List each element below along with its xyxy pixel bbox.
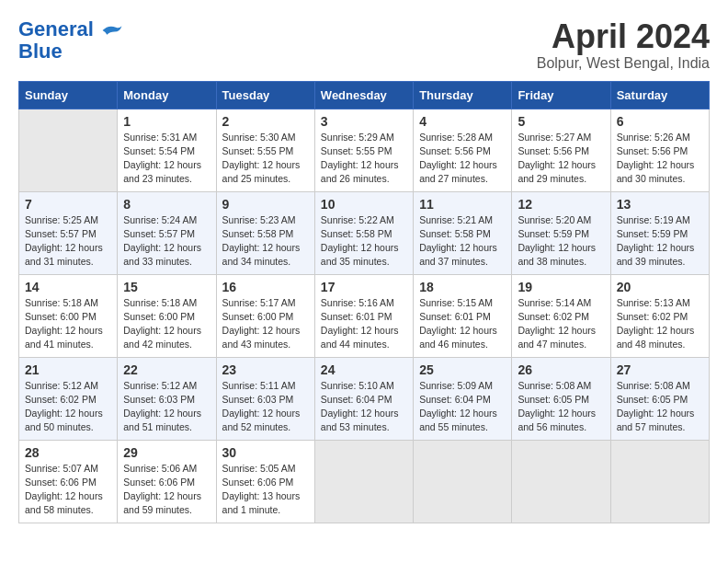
day-number: 21: [25, 362, 111, 377]
calendar-cell: 7Sunrise: 5:25 AM Sunset: 5:57 PM Daylig…: [19, 191, 118, 274]
calendar-cell: 11Sunrise: 5:21 AM Sunset: 5:58 PM Dayli…: [414, 191, 512, 274]
calendar-cell: 26Sunrise: 5:08 AM Sunset: 6:05 PM Dayli…: [512, 357, 610, 440]
day-number: 28: [25, 445, 111, 460]
day-number: 7: [25, 197, 111, 212]
cell-info: Sunrise: 5:24 AM Sunset: 5:57 PM Dayligh…: [123, 213, 210, 270]
cell-info: Sunrise: 5:28 AM Sunset: 5:56 PM Dayligh…: [419, 131, 506, 187]
day-number: 10: [321, 197, 407, 212]
calendar-cell: 13Sunrise: 5:19 AM Sunset: 5:59 PM Dayli…: [610, 191, 709, 274]
calendar-cell: 23Sunrise: 5:11 AM Sunset: 6:03 PM Dayli…: [216, 357, 314, 440]
day-number: 18: [419, 280, 506, 294]
day-number: 19: [518, 280, 604, 294]
weekday-header-sunday: Sunday: [19, 81, 118, 109]
cell-info: Sunrise: 5:08 AM Sunset: 6:05 PM Dayligh…: [518, 379, 604, 435]
cell-info: Sunrise: 5:31 AM Sunset: 5:54 PM Dayligh…: [123, 131, 210, 187]
calendar-cell: 28Sunrise: 5:07 AM Sunset: 6:06 PM Dayli…: [19, 440, 118, 523]
calendar-cell: 27Sunrise: 5:08 AM Sunset: 6:05 PM Dayli…: [610, 357, 709, 440]
cell-info: Sunrise: 5:18 AM Sunset: 6:00 PM Dayligh…: [123, 296, 210, 352]
cell-info: Sunrise: 5:29 AM Sunset: 5:55 PM Dayligh…: [321, 131, 407, 187]
cell-info: Sunrise: 5:14 AM Sunset: 6:02 PM Dayligh…: [518, 296, 604, 352]
calendar-cell: 21Sunrise: 5:12 AM Sunset: 6:02 PM Dayli…: [19, 357, 118, 440]
calendar-cell: 24Sunrise: 5:10 AM Sunset: 6:04 PM Dayli…: [314, 357, 413, 440]
cell-info: Sunrise: 5:23 AM Sunset: 5:58 PM Dayligh…: [222, 213, 309, 270]
day-number: 20: [617, 280, 703, 294]
calendar-cell: 1Sunrise: 5:31 AM Sunset: 5:54 PM Daylig…: [118, 109, 216, 191]
calendar-table: SundayMondayTuesdayWednesdayThursdayFrid…: [18, 81, 710, 523]
calendar-cell: 12Sunrise: 5:20 AM Sunset: 5:59 PM Dayli…: [512, 191, 610, 274]
cell-info: Sunrise: 5:17 AM Sunset: 6:00 PM Dayligh…: [222, 296, 309, 352]
calendar-week-row: 7Sunrise: 5:25 AM Sunset: 5:57 PM Daylig…: [19, 191, 710, 274]
day-number: 24: [321, 362, 407, 377]
calendar-week-row: 1Sunrise: 5:31 AM Sunset: 5:54 PM Daylig…: [19, 109, 710, 191]
day-number: 4: [419, 114, 506, 129]
calendar-cell: 25Sunrise: 5:09 AM Sunset: 6:04 PM Dayli…: [414, 357, 512, 440]
cell-info: Sunrise: 5:21 AM Sunset: 5:58 PM Dayligh…: [419, 213, 506, 270]
page-header: General Blue April 2024 Bolpur, West Ben…: [18, 18, 710, 72]
day-number: 3: [321, 114, 407, 129]
cell-info: Sunrise: 5:07 AM Sunset: 6:06 PM Dayligh…: [25, 462, 111, 518]
cell-info: Sunrise: 5:15 AM Sunset: 6:01 PM Dayligh…: [419, 296, 506, 352]
calendar-cell: 16Sunrise: 5:17 AM Sunset: 6:00 PM Dayli…: [216, 274, 314, 357]
calendar-cell: 9Sunrise: 5:23 AM Sunset: 5:58 PM Daylig…: [216, 191, 314, 274]
calendar-cell: 18Sunrise: 5:15 AM Sunset: 6:01 PM Dayli…: [414, 274, 512, 357]
day-number: 23: [222, 362, 309, 377]
calendar-cell: 6Sunrise: 5:26 AM Sunset: 5:56 PM Daylig…: [610, 109, 709, 191]
logo: General Blue: [18, 18, 123, 63]
day-number: 22: [123, 362, 210, 377]
day-number: 14: [25, 280, 111, 294]
calendar-cell: 29Sunrise: 5:06 AM Sunset: 6:06 PM Dayli…: [118, 440, 216, 523]
calendar-week-row: 21Sunrise: 5:12 AM Sunset: 6:02 PM Dayli…: [19, 357, 710, 440]
calendar-cell: 14Sunrise: 5:18 AM Sunset: 6:00 PM Dayli…: [19, 274, 118, 357]
day-number: 15: [123, 280, 210, 294]
cell-info: Sunrise: 5:25 AM Sunset: 5:57 PM Dayligh…: [25, 213, 111, 270]
day-number: 13: [617, 197, 703, 212]
weekday-header-saturday: Saturday: [610, 81, 709, 109]
day-number: 6: [617, 114, 703, 129]
day-number: 1: [123, 114, 210, 129]
weekday-header-monday: Monday: [118, 81, 216, 109]
calendar-cell: 17Sunrise: 5:16 AM Sunset: 6:01 PM Dayli…: [314, 274, 413, 357]
day-number: 5: [518, 114, 604, 129]
weekday-header-row: SundayMondayTuesdayWednesdayThursdayFrid…: [19, 81, 710, 109]
day-number: 8: [123, 197, 210, 212]
cell-info: Sunrise: 5:09 AM Sunset: 6:04 PM Dayligh…: [419, 379, 506, 435]
calendar-cell: 2Sunrise: 5:30 AM Sunset: 5:55 PM Daylig…: [216, 109, 314, 191]
cell-info: Sunrise: 5:06 AM Sunset: 6:06 PM Dayligh…: [123, 462, 210, 518]
cell-info: Sunrise: 5:30 AM Sunset: 5:55 PM Dayligh…: [222, 131, 309, 187]
cell-info: Sunrise: 5:12 AM Sunset: 6:03 PM Dayligh…: [123, 379, 210, 435]
bird-icon: [101, 23, 123, 38]
calendar-cell: 15Sunrise: 5:18 AM Sunset: 6:00 PM Dayli…: [118, 274, 216, 357]
cell-info: Sunrise: 5:20 AM Sunset: 5:59 PM Dayligh…: [518, 213, 604, 270]
logo-text-general: General: [18, 17, 94, 40]
calendar-cell: 19Sunrise: 5:14 AM Sunset: 6:02 PM Dayli…: [512, 274, 610, 357]
weekday-header-wednesday: Wednesday: [314, 81, 413, 109]
day-number: 9: [222, 197, 309, 212]
calendar-cell: 8Sunrise: 5:24 AM Sunset: 5:57 PM Daylig…: [118, 191, 216, 274]
calendar-cell: 30Sunrise: 5:05 AM Sunset: 6:06 PM Dayli…: [216, 440, 314, 523]
cell-info: Sunrise: 5:12 AM Sunset: 6:02 PM Dayligh…: [25, 379, 111, 435]
calendar-cell: 5Sunrise: 5:27 AM Sunset: 5:56 PM Daylig…: [512, 109, 610, 191]
calendar-cell: [314, 440, 413, 523]
calendar-cell: [19, 109, 118, 191]
cell-info: Sunrise: 5:11 AM Sunset: 6:03 PM Dayligh…: [222, 379, 309, 435]
calendar-cell: 10Sunrise: 5:22 AM Sunset: 5:58 PM Dayli…: [314, 191, 413, 274]
cell-info: Sunrise: 5:05 AM Sunset: 6:06 PM Dayligh…: [222, 462, 309, 518]
cell-info: Sunrise: 5:19 AM Sunset: 5:59 PM Dayligh…: [617, 213, 703, 270]
calendar-cell: 22Sunrise: 5:12 AM Sunset: 6:03 PM Dayli…: [118, 357, 216, 440]
day-number: 12: [518, 197, 604, 212]
cell-info: Sunrise: 5:16 AM Sunset: 6:01 PM Dayligh…: [321, 296, 407, 352]
calendar-cell: [512, 440, 610, 523]
day-number: 26: [518, 362, 604, 377]
month-title: April 2024: [537, 18, 710, 55]
title-block: April 2024 Bolpur, West Bengal, India: [537, 18, 710, 72]
day-number: 16: [222, 280, 309, 294]
cell-info: Sunrise: 5:08 AM Sunset: 6:05 PM Dayligh…: [617, 379, 703, 435]
calendar-week-row: 14Sunrise: 5:18 AM Sunset: 6:00 PM Dayli…: [19, 274, 710, 357]
day-number: 2: [222, 114, 309, 129]
day-number: 27: [617, 362, 703, 377]
weekday-header-tuesday: Tuesday: [216, 81, 314, 109]
cell-info: Sunrise: 5:10 AM Sunset: 6:04 PM Dayligh…: [321, 379, 407, 435]
calendar-cell: [414, 440, 512, 523]
location-text: Bolpur, West Bengal, India: [537, 55, 710, 72]
cell-info: Sunrise: 5:26 AM Sunset: 5:56 PM Dayligh…: [617, 131, 703, 187]
